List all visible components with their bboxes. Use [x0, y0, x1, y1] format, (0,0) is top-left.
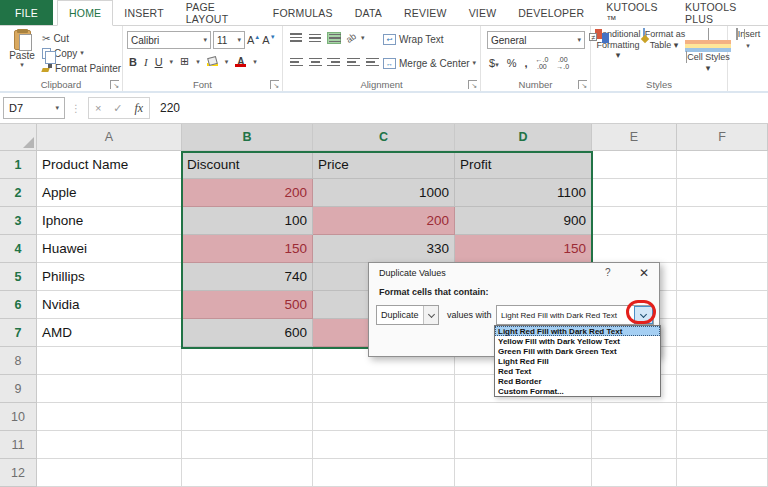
decrease-decimal-icon[interactable]: .00→.0	[556, 56, 569, 70]
formula-bar-handle[interactable]: ⋮	[71, 103, 82, 114]
cell-B12[interactable]	[182, 459, 313, 487]
increase-decimal-icon[interactable]: ←.0.00	[535, 56, 548, 70]
cell-B1[interactable]: Discount	[182, 151, 313, 179]
dropdown-option-6[interactable]: Red Border	[495, 376, 660, 386]
cell-D3[interactable]: 900	[455, 207, 592, 235]
cell-C1[interactable]: Price	[313, 151, 455, 179]
cell-B5[interactable]: 740	[182, 263, 313, 291]
align-right-icon[interactable]	[327, 56, 341, 68]
dropdown-option-3[interactable]: Green Fill with Dark Green Text	[495, 346, 660, 356]
cell-E1[interactable]	[592, 151, 677, 179]
conditional-formatting-button[interactable]: ≠ Conditional Formatting ▾	[595, 29, 641, 61]
cell-E3[interactable]	[592, 207, 677, 235]
cell-A2[interactable]: Apple	[37, 179, 182, 207]
dropdown-option-7[interactable]: Custom Format...	[495, 386, 660, 396]
percent-format-button[interactable]: %	[507, 57, 517, 69]
align-left-icon[interactable]	[289, 56, 303, 68]
tab-insert[interactable]: INSERT	[113, 0, 175, 25]
cell-A4[interactable]: Huawei	[37, 235, 182, 263]
cell-F9[interactable]	[677, 375, 768, 403]
tab-kutools-plus[interactable]: KUTOOLS PLUS	[674, 0, 768, 25]
cell-B9[interactable]	[182, 375, 313, 403]
row-header-3[interactable]: 3	[0, 207, 37, 235]
cell-B6[interactable]: 500	[182, 291, 313, 319]
cell-A6[interactable]: Nvidia	[37, 291, 182, 319]
cell-B10[interactable]	[182, 403, 313, 431]
row-header-1[interactable]: 1	[0, 151, 37, 179]
format-style-dropdown-arrow[interactable]	[634, 306, 653, 324]
cell-C4[interactable]: 330	[313, 235, 455, 263]
column-header-E[interactable]: E	[592, 124, 677, 151]
tab-formulas[interactable]: FORMULAS	[262, 0, 344, 25]
cell-A9[interactable]	[37, 375, 182, 403]
alignment-dialog-launcher-icon[interactable]: ↘	[468, 80, 477, 89]
cell-F12[interactable]	[677, 459, 768, 487]
cell-F10[interactable]	[677, 403, 768, 431]
bottom-align-icon[interactable]	[327, 32, 341, 44]
dropdown-option-4[interactable]: Light Red Fill	[495, 356, 660, 366]
cell-D10[interactable]	[455, 403, 592, 431]
cell-C11[interactable]	[313, 431, 455, 459]
cell-B7[interactable]: 600	[182, 319, 313, 347]
decrease-indent-icon[interactable]	[346, 56, 360, 68]
cell-E2[interactable]	[592, 179, 677, 207]
wrap-text-button[interactable]: ↩Wrap Text	[383, 28, 476, 50]
cell-A1[interactable]: Product Name	[37, 151, 182, 179]
name-box[interactable]: D7▾	[3, 97, 65, 119]
borders-dropdown-arrow[interactable]: ▾	[196, 58, 200, 66]
row-header-5[interactable]: 5	[0, 263, 37, 291]
font-size-combo[interactable]: 11▾	[213, 31, 245, 49]
copy-button[interactable]: Copy▾	[42, 46, 121, 60]
cell-F6[interactable]	[677, 291, 768, 319]
cell-B11[interactable]	[182, 431, 313, 459]
cell-F3[interactable]	[677, 207, 768, 235]
name-box-dropdown-arrow[interactable]: ▾	[55, 104, 59, 112]
merge-center-button[interactable]: ↔Merge & Center▾	[383, 52, 476, 74]
format-as-table-button[interactable]: Format as Table ▾	[641, 29, 687, 50]
paste-button[interactable]: Paste ▾	[6, 30, 38, 69]
clipboard-dialog-launcher-icon[interactable]: ↘	[110, 80, 119, 89]
dropdown-option-2[interactable]: Yellow Fill with Dark Yellow Text	[495, 336, 660, 346]
cell-E10[interactable]	[592, 403, 677, 431]
cell-A3[interactable]: Iphone	[37, 207, 182, 235]
cell-A11[interactable]	[37, 431, 182, 459]
row-header-12[interactable]: 12	[0, 459, 37, 487]
cell-C2[interactable]: 1000	[313, 179, 455, 207]
row-header-8[interactable]: 8	[0, 347, 37, 375]
row-header-7[interactable]: 7	[0, 319, 37, 347]
column-header-B[interactable]: B	[182, 124, 313, 151]
column-header-F[interactable]: F	[677, 124, 768, 151]
cell-D2[interactable]: 1100	[455, 179, 592, 207]
fill-color-button[interactable]	[207, 57, 218, 66]
cut-button[interactable]: ✂Cut	[42, 31, 121, 45]
insert-cells-button[interactable]: Insert▾	[728, 29, 768, 51]
dropdown-option-1[interactable]: Light Red Fill with Dark Red Text	[495, 326, 660, 336]
select-all-corner[interactable]	[0, 124, 37, 151]
cell-B3[interactable]: 100	[182, 207, 313, 235]
row-header-2[interactable]: 2	[0, 179, 37, 207]
borders-button[interactable]: ⊞	[180, 55, 189, 68]
tab-page-layout[interactable]: PAGE LAYOUT	[175, 0, 262, 25]
tab-data[interactable]: DATA	[344, 0, 393, 25]
row-header-6[interactable]: 6	[0, 291, 37, 319]
underline-dropdown-arrow[interactable]: ▾	[170, 58, 174, 66]
cell-B2[interactable]: 200	[182, 179, 313, 207]
tab-developer[interactable]: DEVELOPER	[507, 0, 595, 25]
cell-F5[interactable]	[677, 263, 768, 291]
cell-C10[interactable]	[313, 403, 455, 431]
help-icon[interactable]: ?	[605, 267, 611, 278]
number-dialog-launcher-icon[interactable]: ↘	[578, 80, 587, 89]
cell-F8[interactable]	[677, 347, 768, 375]
row-header-11[interactable]: 11	[0, 431, 37, 459]
cell-F2[interactable]	[677, 179, 768, 207]
cell-F4[interactable]	[677, 235, 768, 263]
paste-dropdown-arrow[interactable]: ▾	[6, 61, 38, 69]
cell-C9[interactable]	[313, 375, 455, 403]
close-icon[interactable]: ✕	[639, 266, 649, 280]
increase-font-size-button[interactable]: A▲	[247, 34, 260, 46]
tab-review[interactable]: REVIEW	[393, 0, 458, 25]
cell-A10[interactable]	[37, 403, 182, 431]
cell-A12[interactable]	[37, 459, 182, 487]
cell-D1[interactable]: Profit	[455, 151, 592, 179]
row-header-4[interactable]: 4	[0, 235, 37, 263]
